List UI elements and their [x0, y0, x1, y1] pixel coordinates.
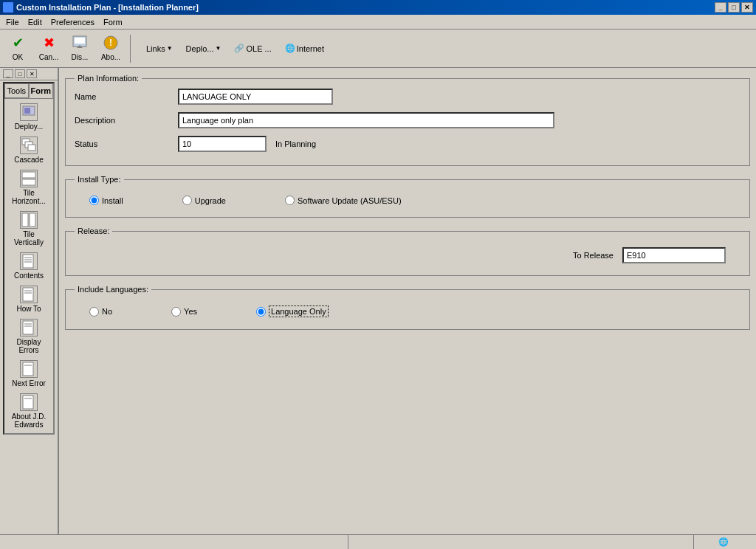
close-button[interactable]: ✕ — [741, 2, 753, 13]
svg-rect-10 — [22, 172, 35, 178]
release-group: Release: To Release — [65, 227, 750, 276]
svg-rect-9 — [28, 145, 35, 151]
sidebar-item-tile-vert[interactable]: Tile Vertically — [6, 208, 52, 249]
upgrade-radio[interactable] — [182, 196, 192, 205]
cancel-button[interactable]: ✖ Can... — [34, 32, 63, 66]
svg-rect-24 — [23, 362, 33, 376]
name-row: Name — [75, 89, 740, 105]
menu-edit[interactable]: Edit — [24, 16, 47, 28]
plan-information-legend: Plan Information: — [75, 74, 142, 83]
ok-button[interactable]: ✔ OK — [3, 32, 32, 66]
install-type-radio-group: Install Upgrade Software Update (ASU/ESU… — [75, 190, 740, 211]
sidebar-item-tile-horiz[interactable]: Tile Horizont... — [6, 167, 52, 208]
how-to-icon — [20, 286, 38, 303]
menu-form[interactable]: Form — [99, 16, 127, 28]
to-release-input[interactable] — [622, 247, 726, 263]
panel-close[interactable]: ✕ — [27, 69, 37, 78]
yes-radio[interactable] — [171, 307, 181, 317]
status-section-2 — [348, 535, 694, 549]
sidebar-about-label: About J.D. Edwards — [7, 412, 50, 429]
include-languages-legend: Include Languages: — [75, 285, 151, 294]
language-only-radio-label: Language Only — [269, 305, 329, 317]
sidebar-item-next-error[interactable]: Next Error — [6, 357, 52, 390]
sidebar-how-to-label: How To — [16, 305, 41, 313]
sidebar-display-errors-label: Display Errors — [7, 338, 50, 354]
no-radio-item[interactable]: No — [89, 307, 112, 317]
no-radio[interactable] — [89, 307, 99, 317]
sidebar-contents-label: Contents — [14, 272, 44, 280]
install-radio[interactable] — [89, 196, 99, 205]
sidebar-deploy-label: Deploy... — [15, 122, 44, 131]
status-globe: 🌐 — [694, 537, 753, 547]
title-bar-text: Custom Installation Plan - [Installation… — [16, 3, 199, 12]
sidebar-item-contents[interactable]: Contents — [6, 249, 52, 283]
panel-restore[interactable]: □ — [15, 69, 25, 78]
description-row: Description — [75, 112, 740, 128]
sidebar-item-display-errors[interactable]: Display Errors — [6, 316, 52, 357]
cancel-icon: ✖ — [40, 34, 58, 52]
main-layout: _ □ ✕ Tools Form Deploy... — [0, 68, 756, 534]
status-input[interactable] — [178, 136, 267, 152]
status-row: Status In Planning — [75, 136, 740, 152]
display-errors-icon — [20, 319, 38, 336]
deploy-button[interactable]: Deplo... ▼ — [181, 40, 227, 58]
title-bar: Custom Installation Plan - [Installation… — [0, 0, 756, 15]
menu-file[interactable]: File — [1, 16, 24, 28]
svg-rect-11 — [22, 179, 35, 185]
include-languages-group: Include Languages: No Yes Language Only — [65, 285, 750, 330]
tab-form[interactable]: Form — [29, 83, 54, 98]
language-only-radio-item[interactable]: Language Only — [256, 305, 329, 317]
status-section-1 — [3, 535, 348, 549]
dis-button[interactable]: Dis... — [65, 32, 94, 66]
name-input[interactable] — [178, 89, 333, 105]
abo-button[interactable]: ! Abo... — [96, 32, 126, 66]
to-release-label: To Release — [573, 251, 614, 260]
svg-rect-12 — [22, 213, 28, 227]
svg-rect-26 — [23, 396, 33, 409]
language-only-radio[interactable] — [256, 307, 266, 317]
deploy-dropdown-arrow: ▼ — [216, 45, 221, 52]
deploy-icon — [20, 103, 38, 121]
svg-text:!: ! — [109, 38, 112, 48]
install-radio-item[interactable]: Install — [89, 196, 123, 205]
language-radio-group: No Yes Language Only — [75, 300, 740, 323]
panel-minimize[interactable]: _ — [3, 69, 13, 78]
software-update-radio[interactable] — [285, 196, 295, 205]
links-button[interactable]: Links ▼ — [141, 40, 178, 58]
install-type-legend: Install Type: — [75, 175, 124, 184]
cascade-icon — [20, 137, 38, 154]
sidebar-next-error-label: Next Error — [12, 379, 46, 387]
menu-preferences[interactable]: Preferences — [47, 16, 99, 28]
minimize-button[interactable]: _ — [715, 2, 726, 13]
status-text: In Planning — [275, 139, 316, 148]
ok-icon: ✔ — [9, 34, 27, 52]
svg-rect-1 — [75, 38, 85, 44]
toolbar: ✔ OK ✖ Can... Dis... ! Abo... Links ▼ — [0, 30, 756, 68]
yes-radio-item[interactable]: Yes — [171, 307, 197, 317]
internet-button[interactable]: 🌐 Internet — [280, 40, 329, 58]
no-radio-label: No — [102, 307, 112, 316]
tab-tools[interactable]: Tools — [4, 83, 29, 98]
app-icon — [3, 2, 13, 13]
about-icon — [20, 393, 38, 411]
sidebar-item-cascade[interactable]: Cascade — [6, 134, 52, 167]
description-label: Description — [75, 116, 178, 125]
description-input[interactable] — [178, 112, 554, 128]
globe-icon: 🌐 — [718, 537, 729, 547]
maximize-button[interactable]: □ — [728, 2, 740, 13]
sidebar-item-about[interactable]: About J.D. Edwards — [6, 390, 52, 432]
sidebar-item-how-to[interactable]: How To — [6, 283, 52, 316]
left-panel: _ □ ✕ Tools Form Deploy... — [0, 68, 59, 534]
menu-bar: File Edit Preferences Form — [0, 15, 756, 30]
install-radio-label: Install — [102, 196, 123, 205]
win-controls: _ □ ✕ — [0, 68, 58, 80]
sidebar-item-deploy[interactable]: Deploy... — [6, 100, 52, 134]
upgrade-radio-item[interactable]: Upgrade — [182, 196, 226, 205]
yes-radio-label: Yes — [184, 307, 197, 316]
tile-horiz-icon — [20, 170, 38, 187]
svg-rect-6 — [24, 108, 30, 114]
toolbar-links: Links ▼ Deplo... ▼ 🔗 OLE ... 🌐 Internet — [141, 40, 329, 58]
name-label: Name — [75, 92, 178, 101]
software-update-radio-item[interactable]: Software Update (ASU/ESU) — [285, 196, 402, 205]
ole-button[interactable]: 🔗 OLE ... — [229, 40, 276, 58]
